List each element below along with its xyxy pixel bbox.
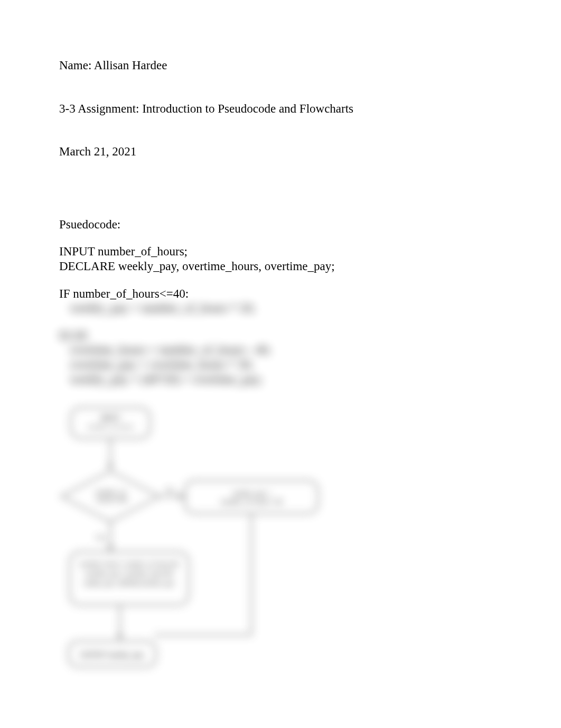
pseudo-else: ELSE [59,328,502,343]
flowchart-diagram: INPUT number_of_hours number_of _hours<=… [59,402,323,677]
svg-rect-10 [185,481,318,513]
svg-marker-15 [107,546,114,552]
pseudo-else-3: weekly_pay = (40*20) + overtime_pay; [59,372,502,387]
pseudo-else-1: overtime_hours = number_of_hours - 40; [59,343,502,357]
assignment-title: 3-3 Assignment: Introduction to Pseudoco… [59,102,502,116]
svg-text:INPUT: INPUT [101,414,120,422]
svg-text:number_of_hours * 20: number_of_hours * 20 [221,499,282,505]
svg-text:OUTPUT weekly_pay: OUTPUT weekly_pay [80,651,144,659]
svg-text:overtime_pay = overtime_hours*: overtime_pay = overtime_hours*30 [85,571,173,577]
svg-marker-23 [117,634,123,640]
pseudo-input: INPUT number_of_hours; [59,244,502,259]
svg-rect-0 [71,408,150,438]
document-page: Name: Allisan Hardee 3-3 Assignment: Int… [0,0,561,698]
pseudo-declare: DECLARE weekly_pay, overtime_hours, over… [59,259,502,274]
flow-start-text: number_of_hours [88,423,134,430]
svg-text:_hours<=40: _hours<=40 [94,496,127,503]
pseudo-if: IF number_of_hours<=40: [59,287,502,301]
pseudocode-label: Psuedocode: [59,217,502,232]
svg-text:No: No [166,486,174,494]
svg-text:weekly_pay = (40*20)+overtime_: weekly_pay = (40*20)+overtime_pay [83,580,174,586]
date-line: March 21, 2021 [59,144,502,159]
pseudo-if-body: weekly_pay = number_of_hours * 20; [59,301,502,316]
svg-text:overtime_hours = number_of_hou: overtime_hours = number_of_hours-40 [80,561,178,567]
name-line: Name: Allisan Hardee [59,58,502,73]
svg-text:number_of: number_of [96,489,126,495]
svg-rect-16 [70,552,189,605]
pseudo-else-2: overtime_pay = overtime_hours * 30; [59,357,502,372]
svg-marker-3 [107,464,114,470]
svg-text:Yes: Yes [95,534,106,541]
blurred-pseudocode-block: weekly_pay = number_of_hours * 20; ELSE … [59,301,502,386]
svg-marker-9 [179,493,185,500]
svg-text:weekly_pay =: weekly_pay = [232,490,270,496]
